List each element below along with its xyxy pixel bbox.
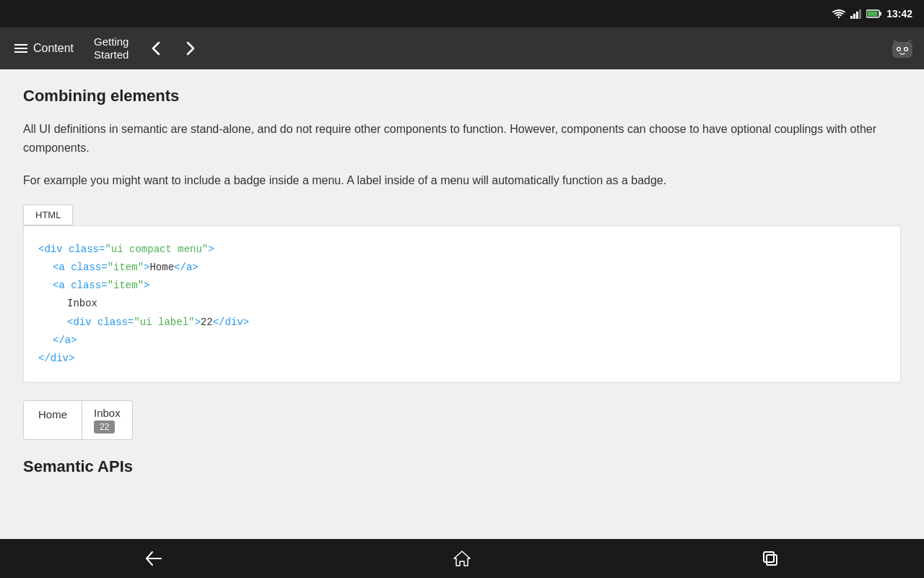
status-time: 13:42 [886,8,912,20]
prev-button[interactable] [140,33,172,64]
chevron-left-icon [152,41,160,56]
code-line-3: <a class="item"> [53,277,886,295]
svg-point-11 [905,48,907,51]
svg-rect-17 [767,555,777,565]
paragraph1: All UI definitions in semantic are stand… [23,120,901,157]
demo-menu: Home Inbox 22 [23,400,133,440]
svg-rect-2 [856,12,858,19]
svg-rect-7 [892,42,912,58]
mascot-button[interactable] [886,33,918,64]
demo-inbox-label: Inbox [94,407,121,419]
demo-inbox-item[interactable]: Inbox 22 [82,401,132,439]
content-label: Content [33,42,74,55]
signal-icon [850,9,862,19]
code-line-1: <div class="ui compact menu"> [38,241,886,259]
page-title: Getting Started [85,30,137,67]
next-button[interactable] [175,33,206,64]
section2-title: Semantic APIs [23,457,901,476]
code-line-5: <div class="ui label">22</div> [67,314,886,332]
back-button[interactable] [125,543,183,574]
nav-bar: Content Getting Started [0,27,924,69]
svg-rect-5 [880,12,882,16]
battery-icon [866,9,882,18]
chevron-right-icon [186,41,195,56]
bottom-nav-bar [0,539,924,578]
svg-rect-3 [859,9,861,19]
svg-rect-16 [764,552,774,562]
svg-rect-6 [868,12,878,17]
code-line-7: </div> [38,350,886,368]
back-icon [144,551,164,566]
content-nav-button[interactable]: Content [6,36,82,61]
home-button[interactable] [433,543,491,574]
hamburger-icon [14,44,27,53]
wifi-icon [832,9,846,19]
recents-button[interactable] [741,543,799,574]
svg-rect-1 [853,14,855,19]
status-bar: 13:42 [0,0,924,27]
main-content: Combining elements All UI definitions in… [0,69,924,539]
demo-home-item[interactable]: Home [24,401,82,439]
code-line-4: Inbox [67,295,886,313]
code-line-2: <a class="item">Home</a> [53,259,886,277]
svg-point-10 [898,48,900,51]
svg-rect-0 [850,16,853,19]
html-tab-button[interactable]: HTML [23,204,73,225]
status-icons: 13:42 [832,8,912,20]
section1-title: Combining elements [23,87,901,105]
mascot-icon [890,36,915,61]
code-block: <div class="ui compact menu"> <a class="… [23,225,901,383]
recents-icon [762,551,778,566]
code-line-6: </a> [53,332,886,350]
demo-badge: 22 [94,420,115,434]
home-icon [453,550,471,567]
svg-marker-15 [454,551,470,566]
paragraph2: For example you might want to include a … [23,171,901,190]
